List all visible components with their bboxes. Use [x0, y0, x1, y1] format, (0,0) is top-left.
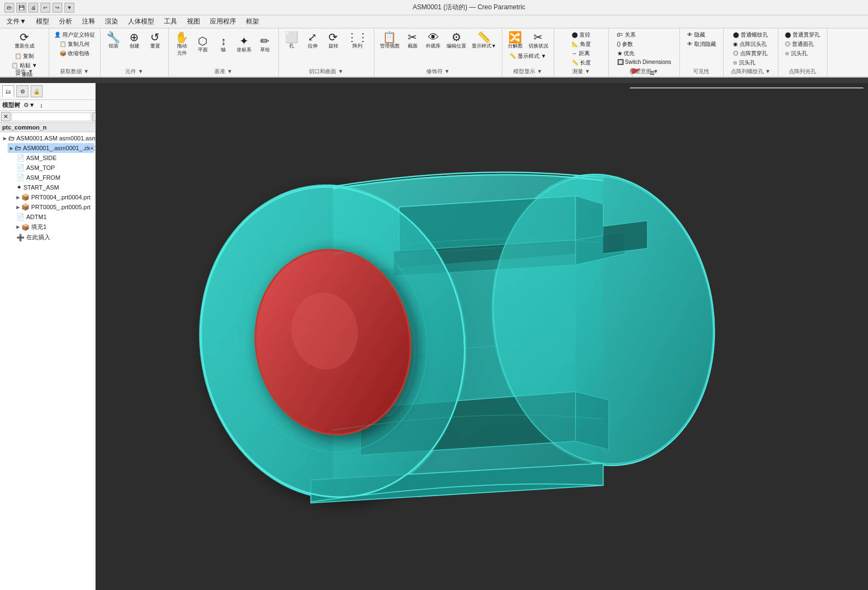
viewport[interactable]: 🔍 🔎 ⬜ 🔄 🌐 ✋ ⬡ ◧ 🔲 ⬡ ↕ ➕ ✦ ⊕ ⚙ 📏 ↔: [96, 83, 868, 590]
print-icon-btn[interactable]: 🖨: [28, 3, 38, 13]
tree-item-asm-front[interactable]: 📄 ASM_FROM: [14, 173, 94, 182]
tab-lock[interactable]: 🔒: [31, 85, 43, 97]
tree-label-asm-front: ASM_FROM: [26, 174, 60, 181]
normal-surface-button[interactable]: ◎ 普通面孔: [783, 40, 816, 49]
sketch-button[interactable]: ✏ 草绘: [255, 34, 275, 55]
menu-render[interactable]: 渲染: [101, 16, 122, 27]
copy-button[interactable]: 📋 复制: [13, 52, 36, 61]
tree-item-adtm1[interactable]: 📄 ADTM1: [14, 212, 94, 222]
tree-item-start-asm[interactable]: ✦ START_ASM: [14, 182, 94, 192]
move-button[interactable]: ✋ 拖动元件: [172, 31, 192, 58]
length-button[interactable]: 📏 长度: [570, 58, 593, 67]
manview-button[interactable]: 📋 管理视图: [378, 31, 402, 51]
tree-item-asm0001-sub[interactable]: ▶ 🗁 ASM0001_.asm0001_.zk+1000: [8, 143, 94, 153]
extrude-button[interactable]: ⤢ 拉伸: [303, 31, 322, 51]
menu-tools[interactable]: 工具: [160, 16, 181, 27]
distance-button[interactable]: ↔ 距离: [570, 49, 591, 58]
tree-sort-button[interactable]: ↕: [38, 102, 45, 109]
tree-item-asm-side[interactable]: 📄 ASM_SIDE: [14, 153, 94, 163]
tree-expand-asm0001[interactable]: ▶: [3, 136, 7, 141]
quick-access-btn[interactable]: ▼: [64, 3, 74, 13]
menu-file[interactable]: 文件▼: [2, 16, 31, 27]
app-icon[interactable]: 🗁: [4, 3, 14, 13]
tree-icon-prt0005: 📦: [21, 203, 30, 211]
modelintent-label: 模型意图 ▼: [630, 68, 659, 75]
editpos-icon: ⚙: [451, 32, 461, 43]
regenerate-button[interactable]: ⟳ 重新生成: [13, 31, 37, 51]
tree-icon-prt0004: 📦: [21, 193, 30, 201]
appearance-button[interactable]: 👁 外观库: [424, 31, 443, 51]
tree-item-prt0005[interactable]: ▶ 📦 PRT0005_.prt0005.prt: [14, 202, 94, 212]
save-icon-btn[interactable]: 💾: [16, 3, 26, 13]
title-icons: 🗁 💾 🖨 ↩ ↪ ▼: [4, 3, 74, 13]
search-close-btn[interactable]: ✕: [1, 112, 10, 121]
shrink2-button[interactable]: 📦 收缩包络: [58, 49, 91, 58]
explode-button[interactable]: 🔀 分解图: [506, 31, 525, 51]
tree-item-asm-top[interactable]: 📄 ASM_TOP: [14, 163, 94, 173]
tree-settings-button[interactable]: ⚙▼: [22, 101, 37, 109]
side-toolbar: 模型树 ⚙▼ ↕: [0, 100, 95, 111]
section-button[interactable]: ✂ 截面: [403, 31, 423, 51]
switch-dims-button[interactable]: 🔲 Switch Dimensions: [615, 58, 673, 66]
array-button[interactable]: ⋮⋮ 阵列: [344, 31, 371, 51]
prefer-button[interactable]: ★ 优先: [615, 49, 637, 58]
sunk-button[interactable]: ⊙ 沉头孔: [731, 58, 757, 67]
tree-label-asm-side: ASM_SIDE: [26, 155, 57, 161]
menu-model[interactable]: 模型: [32, 16, 54, 27]
tree-expand-asm0001-sub[interactable]: ▶: [10, 146, 13, 151]
copy-geom-button[interactable]: 📋 复制几何: [58, 40, 91, 49]
tree-expand-prt0004[interactable]: ▶: [16, 195, 20, 200]
tree-item-insert-here[interactable]: ➕ 在此插入: [14, 232, 94, 243]
coord-button[interactable]: ✦ 坐标系: [234, 34, 254, 55]
param-button[interactable]: () 参数: [615, 40, 635, 49]
hide-button[interactable]: 👁 隐藏: [685, 31, 707, 39]
angle-button[interactable]: 📐 角度: [570, 40, 593, 49]
tree-label-asm0001-sub: ASM0001_.asm0001_.zk+1000: [23, 145, 95, 151]
side-tabs: 🗂 ⚙ 🔒: [0, 83, 95, 100]
create-button[interactable]: ⊕ 创建: [125, 31, 144, 51]
operations-label: 操作 ▼: [15, 68, 33, 75]
tab-modeltree[interactable]: 🗂: [2, 85, 14, 97]
diameter-button[interactable]: ⬤ 直径: [570, 31, 592, 39]
normal-thru-button[interactable]: ⬤ 普通贯穿孔: [783, 31, 822, 39]
menu-bar: 文件▼ 模型 分析 注释 渲染 人体模型 工具 视图 应用程序 框架: [0, 15, 868, 28]
tree-expand-fill1[interactable]: ▶: [16, 225, 20, 229]
menu-framework[interactable]: 框架: [242, 16, 263, 27]
user-feature-button[interactable]: 👤 用户定义特征: [52, 31, 97, 39]
lighthole-label: 点阵列光孔: [789, 68, 816, 75]
tree-item-asm0001[interactable]: ▶ 🗁 ASM0001.ASM asm0001.asm: [1, 133, 94, 143]
clipstate-button[interactable]: ✂ 切换状况: [526, 31, 550, 51]
tree-search: ✕ ▼ ➕: [0, 111, 95, 123]
tab-settings[interactable]: ⚙: [16, 85, 28, 97]
undo-icon-btn[interactable]: ↩: [40, 3, 50, 13]
ribbon-group-lighthole: ⬤ 普通贯穿孔 ◎ 普通面孔 ⊙ 沉头孔 点阵列光孔: [778, 28, 828, 76]
tree-expand-prt0005[interactable]: ▶: [16, 205, 20, 210]
countersunk2-button[interactable]: ⊙ 沉头孔: [783, 49, 809, 58]
menu-analyze[interactable]: 分析: [55, 16, 77, 27]
redo-icon-btn[interactable]: ↪: [52, 3, 62, 13]
display-mode-button[interactable]: 📏 显示样式 ▼: [508, 52, 548, 61]
axis-button[interactable]: ↕ 轴: [214, 34, 233, 55]
menu-human[interactable]: 人体模型: [124, 16, 159, 27]
revolve-button[interactable]: ⟳ 旋转: [324, 31, 343, 51]
displaystyle-button[interactable]: 📏 显示样式▼: [470, 31, 498, 51]
hole-button[interactable]: ⬜ 孔: [282, 31, 302, 51]
menu-view[interactable]: 视图: [183, 16, 204, 27]
countersunk-button[interactable]: ◉ 点阵沉头孔: [731, 40, 769, 49]
tree-item-fill1[interactable]: ▶ 📦 填充1: [14, 222, 94, 232]
normal-thread-button[interactable]: ⬤ 普通螺纹孔: [731, 31, 770, 39]
tree-icon-asm-front: 📄: [16, 174, 25, 181]
relation-button[interactable]: d= 关系: [615, 31, 637, 39]
repeat-button[interactable]: ↺ 重置: [145, 31, 165, 51]
plane-button[interactable]: ⬡ 平面: [193, 34, 213, 55]
unhide-button[interactable]: 👁 取消隐藏: [685, 40, 718, 49]
menu-annotate[interactable]: 注释: [78, 16, 99, 27]
editpos-button[interactable]: ⚙ 编辑位置: [444, 31, 468, 51]
search-input[interactable]: [11, 113, 91, 121]
assemble-button[interactable]: 🔧 组装: [104, 31, 124, 51]
thru-button[interactable]: ◎ 点阵贯穿孔: [731, 49, 769, 58]
explode-icon: 🔀: [508, 32, 522, 43]
menu-apps[interactable]: 应用程序: [206, 16, 241, 27]
tree-header: ptc_common_n: [0, 123, 95, 132]
tree-item-prt0004[interactable]: ▶ 📦 PRT0004_.prt0004.prt: [14, 192, 94, 202]
